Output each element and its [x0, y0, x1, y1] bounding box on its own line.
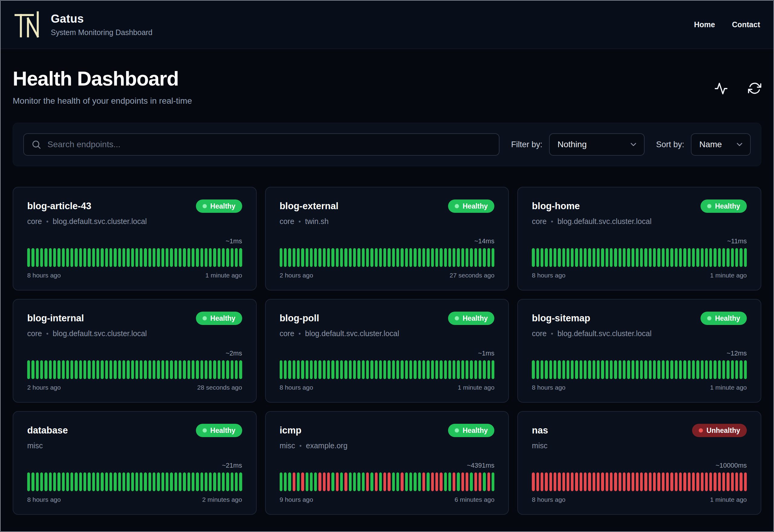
uptime-bar[interactable] [474, 360, 477, 379]
uptime-bar[interactable] [349, 472, 352, 491]
uptime-bar[interactable] [75, 360, 77, 379]
gatus-logo[interactable] [14, 10, 43, 39]
uptime-bar[interactable] [209, 360, 212, 379]
uptime-bar[interactable] [409, 248, 412, 267]
uptime-bar[interactable] [153, 360, 155, 379]
uptime-bar[interactable] [49, 248, 52, 267]
uptime-bar[interactable] [70, 472, 73, 491]
uptime-bar[interactable] [383, 248, 386, 267]
uptime-bar[interactable] [200, 472, 203, 491]
uptime-bar[interactable] [440, 248, 442, 267]
uptime-bar[interactable] [567, 360, 569, 379]
uptime-bar[interactable] [692, 472, 695, 491]
search-box[interactable] [23, 133, 499, 156]
uptime-bar[interactable] [632, 360, 634, 379]
uptime-bar[interactable] [562, 360, 565, 379]
uptime-bar[interactable] [226, 472, 229, 491]
uptime-bar[interactable] [696, 360, 699, 379]
uptime-bar[interactable] [239, 248, 242, 267]
uptime-bar[interactable] [714, 472, 716, 491]
uptime-bar[interactable] [144, 472, 147, 491]
uptime-bar[interactable] [479, 248, 481, 267]
uptime-bar[interactable] [444, 472, 447, 491]
uptime-bar[interactable] [153, 472, 155, 491]
uptime-bar[interactable] [157, 360, 160, 379]
uptime-bar[interactable] [388, 472, 390, 491]
uptime-bar[interactable] [166, 360, 168, 379]
uptime-bar[interactable] [231, 248, 233, 267]
uptime-bar[interactable] [187, 248, 190, 267]
uptime-bar[interactable] [331, 472, 334, 491]
uptime-bar[interactable] [83, 248, 86, 267]
uptime-bar[interactable] [353, 472, 356, 491]
uptime-bar[interactable] [297, 248, 300, 267]
uptime-bar[interactable] [344, 248, 347, 267]
uptime-bar[interactable] [653, 248, 656, 267]
uptime-bar[interactable] [109, 472, 112, 491]
uptime-bar[interactable] [131, 360, 134, 379]
uptime-bar[interactable] [709, 248, 712, 267]
endpoint-card[interactable]: blog-external Healthy core • twin.sh ~14… [265, 187, 509, 290]
uptime-bar[interactable] [653, 360, 656, 379]
uptime-bar[interactable] [632, 472, 634, 491]
uptime-bar[interactable] [331, 248, 334, 267]
uptime-bar[interactable] [340, 472, 343, 491]
uptime-bar[interactable] [562, 248, 565, 267]
uptime-bar[interactable] [632, 248, 634, 267]
uptime-bar[interactable] [644, 248, 647, 267]
uptime-bar[interactable] [466, 360, 468, 379]
uptime-bar[interactable] [288, 248, 291, 267]
uptime-bar[interactable] [431, 248, 434, 267]
uptime-bar[interactable] [284, 248, 287, 267]
uptime-bar[interactable] [340, 248, 343, 267]
uptime-bar[interactable] [558, 248, 561, 267]
uptime-bar[interactable] [314, 360, 317, 379]
uptime-bar[interactable] [105, 248, 108, 267]
uptime-bar[interactable] [653, 472, 656, 491]
uptime-bar[interactable] [174, 248, 177, 267]
uptime-bar[interactable] [375, 472, 378, 491]
uptime-bar[interactable] [701, 360, 704, 379]
uptime-bar[interactable] [461, 248, 464, 267]
filter-select[interactable]: Nothing [549, 133, 645, 156]
uptime-bar[interactable] [727, 360, 729, 379]
uptime-bar[interactable] [122, 360, 125, 379]
uptime-bar[interactable] [235, 360, 238, 379]
uptime-bar[interactable] [675, 248, 678, 267]
uptime-bar[interactable] [722, 248, 725, 267]
uptime-bar[interactable] [541, 248, 543, 267]
uptime-bar[interactable] [474, 472, 477, 491]
uptime-bar[interactable] [179, 360, 181, 379]
uptime-bar[interactable] [222, 360, 225, 379]
uptime-bar[interactable] [457, 360, 460, 379]
uptime-bar[interactable] [649, 248, 652, 267]
uptime-bar[interactable] [379, 360, 382, 379]
uptime-bar[interactable] [593, 472, 595, 491]
uptime-bar[interactable] [492, 472, 494, 491]
uptime-bar[interactable] [705, 248, 708, 267]
uptime-bar[interactable] [670, 248, 673, 267]
uptime-bar[interactable] [140, 248, 142, 267]
uptime-bar[interactable] [675, 472, 678, 491]
uptime-bar[interactable] [362, 472, 365, 491]
sort-select[interactable]: Name [691, 133, 751, 156]
uptime-bar[interactable] [66, 472, 69, 491]
uptime-bar[interactable] [96, 360, 99, 379]
uptime-bar[interactable] [27, 472, 30, 491]
endpoint-card[interactable]: blog-article-43 Healthy core • blog.defa… [13, 187, 257, 290]
uptime-bar[interactable] [740, 472, 742, 491]
uptime-bar[interactable] [318, 248, 321, 267]
uptime-bar[interactable] [306, 248, 308, 267]
uptime-bar[interactable] [392, 360, 395, 379]
uptime-bar[interactable] [545, 472, 548, 491]
uptime-bar[interactable] [409, 472, 412, 491]
uptime-bar[interactable] [722, 472, 725, 491]
uptime-bar[interactable] [431, 360, 434, 379]
uptime-bar[interactable] [114, 360, 116, 379]
uptime-bar[interactable] [705, 360, 708, 379]
uptime-bar[interactable] [336, 248, 339, 267]
uptime-bar[interactable] [187, 472, 190, 491]
uptime-bar[interactable] [492, 360, 494, 379]
uptime-bar[interactable] [213, 360, 216, 379]
endpoint-card[interactable]: blog-home Healthy core • blog.default.sv… [517, 187, 761, 290]
